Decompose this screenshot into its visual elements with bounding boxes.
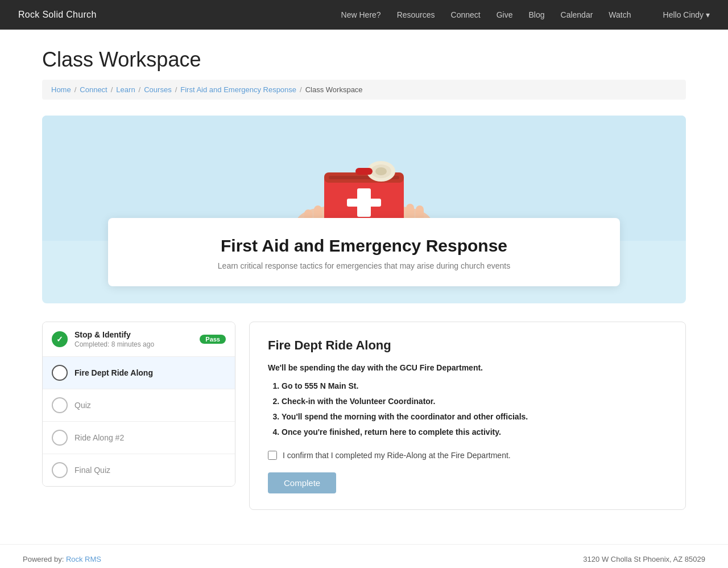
lesson-info: Quiz: [75, 401, 226, 410]
nav-link-calendar[interactable]: Calendar: [561, 10, 593, 19]
breadcrumb-sep-1: /: [75, 85, 77, 94]
svg-point-17: [375, 167, 387, 175]
powered-by-text: Powered by:: [23, 555, 64, 563]
course-info-card: First Aid and Emergency Response Learn c…: [108, 218, 620, 286]
breadcrumb-home[interactable]: Home: [51, 85, 71, 94]
list-item[interactable]: Quiz: [43, 389, 235, 422]
course-subtitle: Learn critical response tactics for emer…: [135, 261, 593, 270]
course-title: First Aid and Emergency Response: [135, 236, 593, 256]
breadcrumb: Home / Connect / Learn / Courses / First…: [42, 80, 686, 100]
breadcrumb-connect[interactable]: Connect: [80, 85, 107, 94]
detail-title: Fire Dept Ride Along: [268, 338, 667, 353]
breadcrumb-sep-5: /: [300, 85, 302, 94]
check-icon: ✓: [56, 335, 63, 344]
breadcrumb-sep-4: /: [175, 85, 177, 94]
breadcrumb-sep-2: /: [111, 85, 113, 94]
confirm-checkbox[interactable]: [268, 451, 277, 460]
lower-section: ✓ Stop & Identify Completed: 8 minutes a…: [42, 322, 686, 510]
lesson-info: Ride Along #2: [75, 433, 226, 442]
list-item[interactable]: Fire Dept Ride Along: [43, 357, 235, 389]
list-item[interactable]: ✓ Stop & Identify Completed: 8 minutes a…: [43, 322, 235, 357]
nav-link-blog[interactable]: Blog: [529, 10, 545, 19]
breadcrumb-learn[interactable]: Learn: [116, 85, 135, 94]
lesson-info: Fire Dept Ride Along: [75, 368, 226, 377]
list-item[interactable]: Final Quiz: [43, 454, 235, 486]
page-title: Class Workspace: [42, 48, 686, 72]
lesson-info: Stop & Identify Completed: 8 minutes ago: [75, 330, 193, 348]
breadcrumb-course[interactable]: First Aid and Emergency Response: [180, 85, 296, 94]
rock-rms-link[interactable]: Rock RMS: [66, 555, 101, 563]
footer-address: 3120 W Cholla St Phoenix, AZ 85029: [583, 555, 705, 563]
lessons-list: ✓ Stop & Identify Completed: 8 minutes a…: [42, 322, 235, 487]
step-item: Check-in with the Volunteer Coordinator.: [282, 396, 667, 408]
page-content: Class Workspace Home / Connect / Learn /…: [28, 30, 700, 544]
svg-rect-14: [347, 199, 381, 207]
nav-link-new-here[interactable]: New Here?: [341, 10, 381, 19]
nav-link-connect[interactable]: Connect: [451, 10, 481, 19]
lesson-status-completed: ✓: [52, 331, 68, 347]
pass-badge: Pass: [200, 335, 226, 344]
step-item: You'll spend the morning with the coordi…: [282, 411, 667, 423]
page-footer: Powered by: Rock RMS 3120 W Cholla St Ph…: [0, 544, 728, 568]
breadcrumb-courses[interactable]: Courses: [144, 85, 171, 94]
svg-rect-18: [355, 168, 373, 175]
lesson-status-inactive: [52, 397, 68, 413]
list-item[interactable]: Ride Along #2: [43, 422, 235, 454]
footer-powered: Powered by: Rock RMS: [23, 555, 101, 563]
nav-links: New Here? Resources Connect Give Blog Ca…: [341, 10, 710, 19]
lesson-name: Final Quiz: [75, 466, 226, 475]
nav-link-watch[interactable]: Watch: [609, 10, 631, 19]
lesson-status-active: [52, 365, 68, 381]
confirm-label: I confirm that I completed my Ride-Along…: [283, 451, 511, 460]
lesson-detail-panel: Fire Dept Ride Along We'll be spending t…: [249, 322, 686, 510]
lesson-status-inactive: [52, 430, 68, 446]
nav-link-give[interactable]: Give: [497, 10, 513, 19]
confirm-row: I confirm that I completed my Ride-Along…: [268, 451, 667, 460]
breadcrumb-current: Class Workspace: [305, 85, 363, 94]
user-menu[interactable]: Hello Cindy ▾: [663, 10, 710, 19]
lesson-info: Final Quiz: [75, 466, 226, 475]
step-item: Go to 555 N Main St.: [282, 380, 667, 392]
lesson-name: Quiz: [75, 401, 226, 410]
lesson-name: Fire Dept Ride Along: [75, 368, 226, 377]
breadcrumb-sep-3: /: [139, 85, 141, 94]
lesson-status-inactive: [52, 462, 68, 478]
nav-link-resources[interactable]: Resources: [397, 10, 435, 19]
lesson-meta: Completed: 8 minutes ago: [75, 340, 193, 348]
complete-button[interactable]: Complete: [268, 472, 336, 493]
steps-list: Go to 555 N Main St. Check-in with the V…: [268, 380, 667, 438]
hero-section: First Aid and Emergency Response Learn c…: [42, 116, 686, 303]
lesson-name: Ride Along #2: [75, 433, 226, 442]
detail-intro: We'll be spending the day with the GCU F…: [268, 363, 667, 372]
site-brand: Rock Solid Church: [18, 10, 97, 20]
lesson-name: Stop & Identify: [75, 330, 193, 339]
step-item: Once you're finished, return here to com…: [282, 426, 667, 438]
main-nav: Rock Solid Church New Here? Resources Co…: [0, 0, 728, 30]
